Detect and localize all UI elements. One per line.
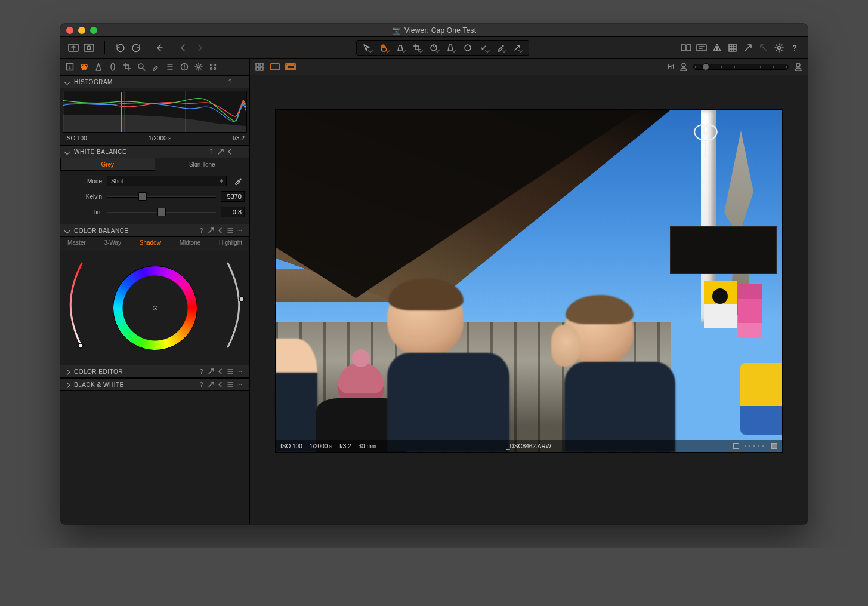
help-icon[interactable]: ? (197, 380, 206, 389)
reset-icon[interactable] (216, 380, 226, 389)
local-tab-icon[interactable] (150, 61, 162, 73)
help-icon[interactable]: ? (197, 226, 206, 235)
wb-tint-input[interactable]: 0.8 (221, 207, 245, 217)
wb-tab-grey[interactable]: Grey (60, 158, 155, 171)
reset-icon[interactable] (216, 367, 226, 376)
panel-menu-icon[interactable]: ⋯ (235, 226, 245, 235)
color-lightness-arc[interactable] (222, 257, 246, 353)
arrow-tool-icon[interactable] (509, 41, 526, 54)
grid-icon[interactable] (725, 41, 740, 55)
cb-tab-highlight[interactable]: Highlight (219, 239, 242, 246)
person-icon[interactable] (678, 61, 690, 73)
preset-icon[interactable] (226, 226, 235, 235)
rating-dots[interactable]: ••••• (744, 443, 767, 450)
panel-menu-icon[interactable]: ⋯ (235, 380, 245, 389)
wb-kelvin-slider[interactable] (107, 191, 216, 202)
preset-icon[interactable] (226, 380, 235, 389)
svg-text:1: 1 (69, 64, 72, 70)
variant-icon[interactable] (771, 443, 777, 449)
copy-icon[interactable] (206, 367, 216, 376)
undo-icon[interactable] (113, 41, 128, 55)
filmstrip-view-icon[interactable] (285, 61, 296, 73)
zoom-slider[interactable] (693, 64, 789, 70)
crop-tab-icon[interactable] (121, 61, 133, 73)
help-icon[interactable]: ? (206, 147, 216, 156)
settings-tab-icon[interactable] (193, 61, 205, 73)
spot-tool-icon[interactable] (459, 41, 476, 54)
cb-tab-shadow[interactable]: Shadow (140, 239, 161, 246)
wb-kelvin-input[interactable]: 5370 (221, 191, 245, 202)
warning-icon[interactable] (710, 41, 724, 55)
svg-rect-32 (271, 64, 279, 70)
metadata-tab-icon[interactable] (178, 61, 190, 73)
rotate-tool-icon[interactable] (426, 41, 443, 54)
zoom-window-button[interactable] (90, 27, 97, 34)
reset-icon[interactable] (226, 147, 235, 156)
heal-tool-icon[interactable] (476, 41, 493, 54)
wb-tint-slider[interactable] (107, 207, 216, 217)
minimize-window-button[interactable] (78, 27, 85, 34)
compare-icon[interactable] (679, 41, 693, 55)
wb-eyedropper-icon[interactable] (231, 174, 245, 187)
details-tab-icon[interactable] (135, 61, 147, 73)
close-window-button[interactable] (66, 27, 73, 34)
pan-tool-icon[interactable] (376, 41, 393, 54)
svg-point-10 (778, 46, 781, 49)
help-icon[interactable]: ? (197, 367, 206, 376)
color-balance-panel-header[interactable]: COLOR BALANCE ? ⋯ (60, 224, 249, 237)
panel-menu-icon[interactable]: ⋯ (235, 77, 245, 87)
copy-icon[interactable] (206, 380, 216, 389)
help-icon[interactable] (787, 41, 802, 55)
histogram-title: HISTOGRAM (74, 79, 113, 85)
panel-menu-icon[interactable]: ⋯ (235, 147, 245, 156)
wb-tab-skin-tone[interactable]: Skin Tone (155, 158, 250, 171)
profile-icon[interactable] (792, 61, 804, 73)
color-tag-icon[interactable] (733, 443, 739, 449)
fit-label[interactable]: Fit (668, 63, 674, 70)
copy-icon[interactable] (216, 147, 226, 156)
gear-icon[interactable] (772, 41, 786, 55)
color-balance-wheel[interactable] (60, 251, 249, 365)
color-balance-tabs: Master 3-Way Shadow Midtone Highlight (60, 237, 249, 251)
color-editor-panel-header[interactable]: COLOR EDITOR ? ⋯ (60, 365, 249, 378)
lens-tab-icon[interactable] (107, 61, 119, 73)
color-saturation-arc[interactable] (64, 257, 88, 353)
exposure-tab-icon[interactable] (92, 61, 104, 73)
cb-tab-master[interactable]: Master (67, 239, 86, 246)
eyedropper-tool-icon[interactable] (493, 41, 509, 54)
history-back-icon[interactable] (177, 41, 191, 55)
help-icon[interactable]: ? (226, 77, 235, 87)
titlebar: 📷Viewer: Cap One Test (60, 24, 808, 37)
cb-tab-3way[interactable]: 3-Way (104, 239, 121, 246)
svg-point-2 (87, 46, 91, 50)
mask-tool-icon[interactable] (393, 41, 409, 54)
keystone-tool-icon[interactable] (443, 41, 459, 54)
image-preview[interactable]: ISO 100 1/2000 s f/3.2 30 mm _DSC8462.AR… (276, 110, 782, 452)
reset-icon[interactable] (216, 226, 226, 235)
black-white-panel-header[interactable]: BLACK & WHITE ? ⋯ (60, 378, 249, 391)
crop-tool-icon[interactable] (409, 41, 426, 54)
capture-icon[interactable] (82, 41, 96, 55)
redo-icon[interactable] (129, 41, 143, 55)
library-tab-icon[interactable]: 1 (64, 61, 76, 73)
softproof-icon[interactable] (694, 41, 709, 55)
output-tab-icon[interactable] (207, 61, 219, 73)
color-wheel-center-marker[interactable] (153, 306, 157, 310)
grid-view-icon[interactable] (254, 61, 265, 73)
wb-mode-select[interactable]: Shot ▴▾ (107, 176, 227, 186)
copy-icon[interactable] (206, 226, 216, 235)
adjustments-tab-icon[interactable] (164, 61, 176, 73)
single-view-icon[interactable] (269, 61, 281, 73)
main-toolbar (60, 37, 808, 59)
cb-tab-midtone[interactable]: Midtone (180, 239, 201, 246)
tool-sidebar: 1 HISTOGRAM ? ⋯ (60, 59, 250, 524)
export-icon[interactable] (741, 41, 755, 55)
import-icon[interactable] (66, 41, 81, 55)
color-tab-icon[interactable] (78, 61, 90, 73)
preset-icon[interactable] (226, 367, 235, 376)
white-balance-panel-header[interactable]: WHITE BALANCE ? ⋯ (60, 145, 249, 158)
reset-icon[interactable] (153, 41, 167, 55)
panel-menu-icon[interactable]: ⋯ (235, 367, 245, 376)
select-tool-icon[interactable] (359, 41, 376, 54)
histogram-panel-header[interactable]: HISTOGRAM ? ⋯ (60, 75, 249, 88)
